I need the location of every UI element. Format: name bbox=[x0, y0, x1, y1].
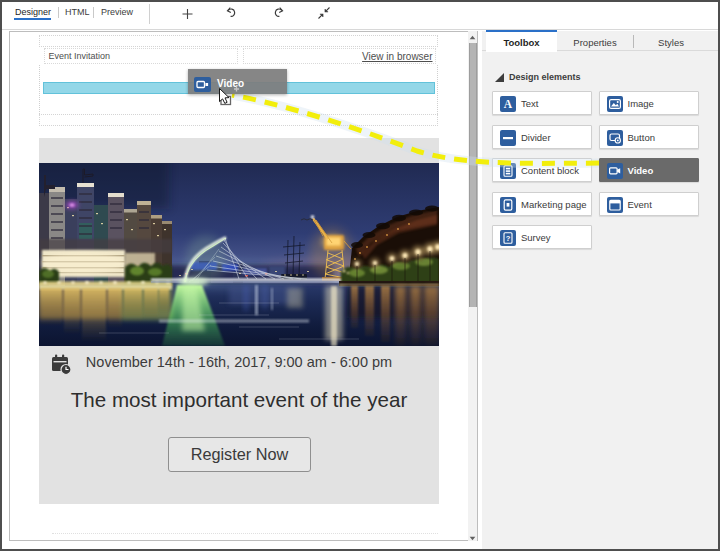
svg-text:?: ? bbox=[506, 234, 511, 243]
svg-text:A: A bbox=[504, 98, 513, 110]
